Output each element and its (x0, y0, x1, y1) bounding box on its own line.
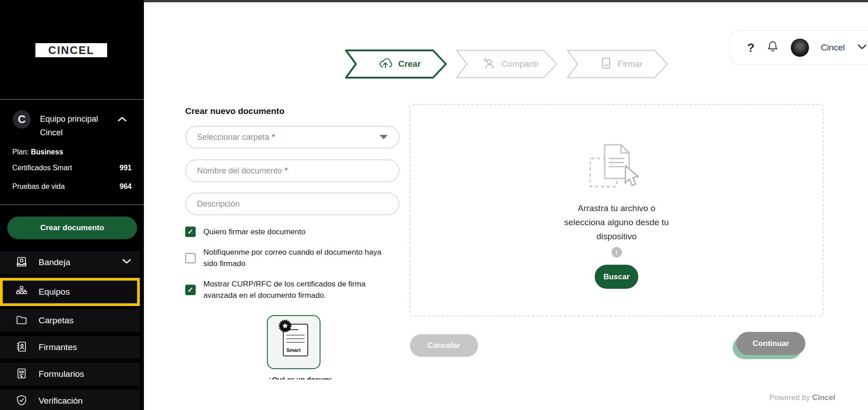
team-name-line1: Equipo principal (40, 112, 98, 126)
counter-value: 991 (119, 164, 132, 172)
clipped-caption: ¿Qué es un documento Smart? (268, 375, 331, 380)
add-person-icon (481, 57, 496, 71)
counter-pruebas: Pruebas de vida 964 (12, 183, 132, 191)
chevron-down-icon[interactable] (122, 258, 132, 267)
form-icon (15, 367, 28, 381)
sidebar-item-label: Carpetas (39, 316, 74, 326)
folder-icon (15, 314, 28, 328)
sidebar-divider (0, 204, 144, 205)
sidebar-item-formularios[interactable]: Formularios (0, 363, 140, 385)
checkbox-label: Quiero firmar este documento (203, 226, 306, 237)
smart-document-card[interactable]: Smart (267, 315, 321, 369)
sidebar-item-carpetas[interactable]: Carpetas (0, 309, 140, 332)
sidebar: CINCEL C Equipo principal Cincel Plan: B… (0, 0, 144, 410)
header-username[interactable]: Cincel (821, 43, 845, 53)
description-placeholder: Descripción (197, 199, 240, 209)
plan-line: Plan: Business (12, 148, 63, 156)
org-chart-icon (15, 285, 28, 299)
dropzone-text-line: selecciona alguno desde tu (564, 215, 669, 229)
checkbox-label: Notifíquenme por correo cuando el docume… (203, 247, 381, 269)
header-user-card: ? Cincel (730, 30, 868, 65)
document-name-placeholder: Nombre del documento (197, 166, 282, 176)
sidebar-divider (0, 99, 144, 100)
checkbox-label-line: avanzada en el documento firmado. (203, 290, 365, 301)
contacts-icon (15, 341, 28, 355)
help-icon[interactable]: ? (747, 41, 755, 55)
checkbox-row-sign: ✓ Quiero firmar este documento (185, 226, 306, 237)
counter-value: 964 (119, 183, 132, 191)
checkbox-checked[interactable]: ✓ (185, 285, 196, 295)
info-icon[interactable]: i (612, 247, 622, 257)
powered-by-text: Powered by (769, 393, 812, 402)
page-title: Crear nuevo documento (185, 106, 285, 116)
counter-label: Certificados Smart (12, 164, 72, 172)
required-asterisk: * (285, 166, 288, 176)
smart-document-icon: Smart (283, 324, 308, 356)
dropzone-text-line: dispositivo (564, 229, 669, 243)
description-field[interactable]: Descripción (185, 193, 399, 215)
sidebar-item-verificacion[interactable]: Verificación (0, 390, 140, 410)
sidebar-item-firmantes[interactable]: Firmantes (0, 336, 140, 359)
folder-select[interactable]: Seleccionar carpeta * (185, 126, 399, 148)
step-label: Compartir (501, 59, 539, 69)
team-name-line2: Cincel (40, 126, 98, 139)
plan-label: Plan: (12, 148, 29, 156)
clipped-caption-text: ¿Qué es un documento Smart? (268, 375, 331, 380)
checkbox-label-line: Mostrar CURP/RFC de los certificados de … (203, 278, 365, 290)
folder-select-placeholder: Seleccionar carpeta (197, 133, 269, 142)
document-name-field[interactable]: Nombre del documento * (185, 159, 399, 182)
dropdown-caret-icon[interactable] (380, 135, 388, 139)
cloud-upload-icon (378, 57, 393, 71)
user-avatar[interactable] (791, 39, 809, 57)
app-root: CINCEL C Equipo principal Cincel Plan: B… (0, 0, 868, 410)
dropzone-content: Arrastra tu archivo o selecciona alguno … (410, 140, 823, 289)
file-dropzone[interactable]: Arrastra tu archivo o selecciona alguno … (409, 104, 824, 316)
checkbox-label: Mostrar CURP/RFC de los certificados de … (203, 278, 365, 301)
cincel-logo: CINCEL (35, 43, 107, 57)
checkbox-label-line: sido firmado (203, 258, 381, 269)
document-signature-icon (600, 57, 612, 71)
powered-by-brand: Cincel (812, 393, 835, 402)
smart-label: Smart (286, 347, 301, 353)
checkbox-checked[interactable]: ✓ (185, 227, 196, 237)
sidebar-item-equipos[interactable]: Equipos (0, 278, 140, 306)
browse-button[interactable]: Buscar (595, 265, 638, 289)
step-firmar[interactable]: Firmar (565, 49, 670, 79)
checkbox-label-line: Notifíquenme por correo cuando el docume… (203, 247, 381, 258)
sidebar-item-label: Verificación (39, 396, 83, 406)
chevron-up-icon[interactable] (117, 116, 127, 124)
star-seal-icon (278, 319, 292, 333)
cancel-button[interactable]: Cancelar (410, 334, 478, 357)
inbox-icon (15, 256, 28, 270)
dropzone-text: Arrastra tu archivo o selecciona alguno … (564, 201, 669, 243)
checkbox-unchecked[interactable] (185, 253, 196, 263)
team-name[interactable]: Equipo principal Cincel (40, 112, 98, 139)
counter-certificados: Certificados Smart 991 (12, 164, 132, 172)
required-asterisk: * (272, 133, 275, 142)
sidebar-item-bandeja[interactable]: Bandeja (0, 251, 140, 274)
stepper: Crear Compartir (343, 49, 670, 79)
sidebar-item-label: Firmantes (39, 342, 77, 352)
checkbox-label-line: Quiero firmar este documento (203, 226, 306, 237)
continue-button[interactable]: Continuar (736, 332, 805, 355)
step-crear[interactable]: Crear (343, 49, 449, 79)
checkbox-row-curp: ✓ Mostrar CURP/RFC de los certificados d… (185, 278, 365, 301)
step-label: Firmar (618, 59, 643, 69)
dropzone-text-line: Arrastra tu archivo o (564, 201, 669, 215)
powered-by: Powered by Cincel (708, 393, 835, 402)
bell-icon[interactable] (766, 40, 779, 55)
checkbox-row-notify: Notifíquenme por correo cuando el docume… (185, 247, 381, 269)
sidebar-item-label: Equipos (39, 287, 70, 297)
plan-value: Business (31, 148, 63, 156)
counter-label: Pruebas de vida (12, 183, 65, 191)
shield-check-icon (15, 394, 28, 408)
top-strip (144, 0, 868, 2)
chevron-down-icon[interactable] (857, 44, 868, 52)
step-compartir[interactable]: Compartir (454, 49, 559, 79)
sidebar-item-label: Bandeja (39, 257, 70, 267)
team-avatar: C (13, 110, 31, 128)
step-label: Crear (398, 59, 421, 69)
file-drag-icon (586, 140, 647, 193)
create-document-button[interactable]: Crear documento (7, 217, 137, 239)
sidebar-item-label: Formularios (39, 369, 84, 379)
